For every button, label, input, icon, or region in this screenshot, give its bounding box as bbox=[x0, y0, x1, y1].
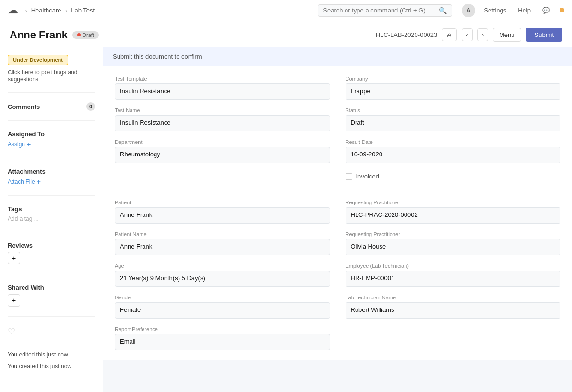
under-dev-badge: Under Development bbox=[8, 55, 68, 65]
page-header: Anne Frank Draft HLC-LAB-2020-00023 🖨 ‹ … bbox=[0, 21, 572, 47]
lab-tech-name-value: Robert Williams bbox=[346, 302, 561, 319]
patient-name-value: Anne Frank bbox=[115, 239, 330, 255]
test-template-value: Insulin Resistance bbox=[115, 83, 330, 100]
invoiced-checkbox[interactable] bbox=[346, 173, 352, 180]
test-name-field: Test Name Insulin Resistance bbox=[115, 107, 330, 131]
patient-name-label: Patient Name bbox=[115, 231, 330, 237]
assigned-label: Assigned To bbox=[8, 131, 45, 138]
employee-lab-value: HR-EMP-00001 bbox=[346, 271, 561, 287]
chat-button[interactable]: 💬 bbox=[539, 5, 553, 16]
sidebar: Under Development Click here to post bug… bbox=[0, 47, 103, 392]
assign-label: Assign bbox=[8, 141, 25, 148]
comments-count: 0 bbox=[86, 102, 95, 111]
help-button[interactable]: Help bbox=[515, 5, 534, 16]
settings-button[interactable]: Settings bbox=[481, 5, 509, 16]
reviews-label: Reviews bbox=[8, 242, 33, 249]
notification-dot bbox=[559, 7, 564, 14]
title-area: Anne Frank Draft bbox=[10, 29, 99, 41]
department-value: Rheumatology bbox=[115, 147, 330, 163]
page-title: Anne Frank bbox=[10, 29, 68, 41]
add-tag-link[interactable]: Add a tag ... bbox=[8, 215, 95, 222]
patient-name-field: Patient Name Anne Frank bbox=[115, 231, 330, 255]
submit-button[interactable]: Submit bbox=[526, 28, 562, 42]
company-label: Company bbox=[346, 76, 561, 82]
report-pref-label: Report Preference bbox=[115, 326, 330, 332]
comments-title: Comments 0 bbox=[8, 102, 95, 111]
form-section-2: Patient Anne Frank Requesting Practition… bbox=[103, 190, 572, 360]
shared-title: Shared With bbox=[8, 284, 95, 291]
test-template-label: Test Template bbox=[115, 76, 330, 82]
print-button[interactable]: 🖨 bbox=[442, 28, 457, 41]
breadcrumb-labtest[interactable]: Lab Test bbox=[71, 7, 95, 14]
divider6 bbox=[8, 274, 95, 274]
status-value: Draft bbox=[346, 115, 561, 131]
activity1-you: You bbox=[8, 351, 17, 358]
gender-value: Female bbox=[115, 302, 330, 319]
requesting-prac-field: Requesting Practitioner HLC-PRAC-2020-00… bbox=[346, 200, 561, 224]
breadcrumb-sep1: › bbox=[25, 7, 27, 14]
assigned-section: Assigned To Assign + bbox=[8, 131, 95, 148]
test-name-label: Test Name bbox=[115, 107, 330, 113]
prev-button[interactable]: ‹ bbox=[462, 28, 472, 41]
form-section-1: Test Template Insulin Resistance Company… bbox=[103, 66, 572, 190]
comments-section: Comments 0 bbox=[8, 102, 95, 111]
age-field: Age 21 Year(s) 9 Month(s) 5 Day(s) bbox=[115, 263, 330, 287]
search-icon: 🔍 bbox=[439, 7, 447, 14]
invoiced-label: Invoiced bbox=[356, 173, 379, 180]
tags-label: Tags bbox=[8, 205, 22, 213]
patient-field: Patient Anne Frank bbox=[115, 200, 330, 224]
attachments-section: Attachments Attach File + bbox=[8, 168, 95, 186]
attach-file-link[interactable]: Attach File + bbox=[8, 178, 95, 186]
department-label: Department bbox=[115, 139, 330, 145]
result-date-value: 10-09-2020 bbox=[346, 147, 561, 163]
divider7 bbox=[8, 316, 95, 317]
result-date-label: Result Date bbox=[346, 139, 561, 145]
comments-label: Comments bbox=[8, 103, 40, 110]
report-pref-value: Email bbox=[115, 334, 330, 350]
next-button[interactable]: › bbox=[477, 28, 488, 41]
status-badge: Draft bbox=[72, 31, 99, 39]
divider5 bbox=[8, 232, 95, 232]
assigned-title: Assigned To bbox=[8, 131, 95, 138]
badge-label: Draft bbox=[83, 32, 94, 38]
requesting-prac-value: HLC-PRAC-2020-00002 bbox=[346, 207, 561, 224]
assign-plus-icon: + bbox=[27, 141, 31, 148]
activity-edited: You edited this just now bbox=[8, 350, 95, 359]
report-pref-field: Report Preference Email bbox=[115, 326, 330, 350]
add-shared-button[interactable]: + bbox=[8, 294, 20, 307]
add-review-button[interactable]: + bbox=[8, 252, 20, 264]
menu-button[interactable]: Menu bbox=[493, 28, 521, 42]
patient-label: Patient bbox=[115, 200, 330, 205]
form-grid-2: Patient Anne Frank Requesting Practition… bbox=[115, 200, 560, 350]
draft-dot bbox=[77, 33, 81, 36]
activity2-text: created this just now bbox=[19, 363, 72, 369]
attachments-title: Attachments bbox=[8, 168, 95, 175]
attach-plus-icon: + bbox=[37, 178, 41, 186]
tags-title: Tags bbox=[8, 205, 95, 213]
status-field: Status Draft bbox=[346, 107, 561, 131]
attachments-label: Attachments bbox=[8, 168, 46, 175]
search-bar[interactable]: 🔍 bbox=[318, 4, 452, 17]
favorite-icon[interactable]: ♡ bbox=[8, 326, 95, 337]
patient-value: Anne Frank bbox=[115, 207, 330, 224]
bug-report-link[interactable]: Click here to post bugs and suggestions bbox=[8, 69, 95, 83]
divider2 bbox=[8, 120, 95, 121]
shared-section: Shared With + bbox=[8, 284, 95, 307]
activity1-text: edited this just now bbox=[19, 351, 68, 358]
invoiced-field: Invoiced bbox=[346, 173, 561, 180]
reviews-section: Reviews + bbox=[8, 242, 95, 264]
submit-banner: Submit this document to confirm bbox=[103, 47, 572, 66]
activity2-you: You bbox=[8, 363, 17, 369]
requesting-prac2-label: Requesting Practitioner bbox=[346, 231, 561, 237]
requesting-prac2-field: Requesting Practitioner Olivia House bbox=[346, 231, 561, 255]
logo-icon: ☁ bbox=[8, 4, 21, 17]
age-value: 21 Year(s) 9 Month(s) 5 Day(s) bbox=[115, 271, 330, 287]
search-input[interactable] bbox=[323, 7, 439, 14]
tags-section: Tags Add a tag ... bbox=[8, 205, 95, 222]
assign-link[interactable]: Assign + bbox=[8, 141, 95, 148]
requesting-prac-label: Requesting Practitioner bbox=[346, 200, 561, 205]
breadcrumb-healthcare[interactable]: Healthcare bbox=[31, 7, 61, 14]
under-dev-section: Under Development Click here to post bug… bbox=[8, 55, 95, 83]
breadcrumb-sep2: › bbox=[65, 7, 68, 14]
submit-banner-text: Submit this document to confirm bbox=[113, 53, 202, 60]
